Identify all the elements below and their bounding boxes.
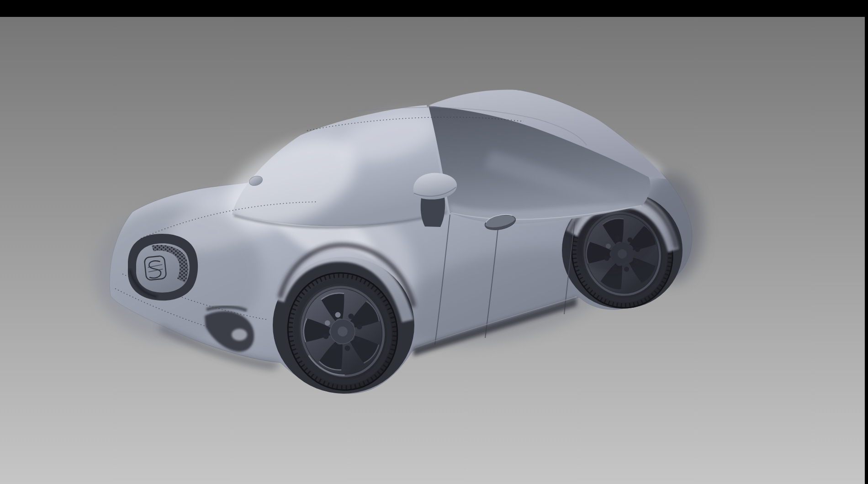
top-bar bbox=[0, 0, 868, 17]
fog-lamp bbox=[232, 329, 247, 341]
right-edge-bar bbox=[865, 0, 868, 484]
viewport-canvas[interactable] bbox=[0, 0, 868, 484]
front-grille bbox=[128, 234, 198, 300]
app-window bbox=[0, 0, 868, 484]
